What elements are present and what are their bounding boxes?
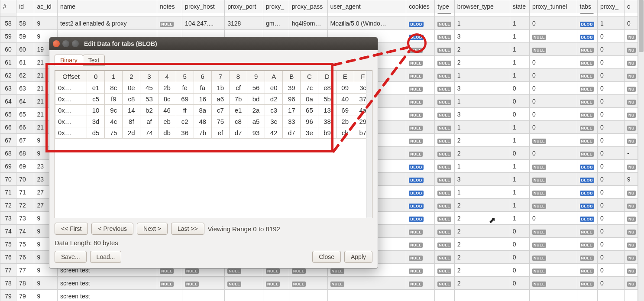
data-cell[interactable]: 1 (510, 69, 529, 82)
data-cell[interactable] (263, 290, 289, 301)
data-cell[interactable] (182, 290, 225, 301)
data-cell[interactable]: 0 (597, 82, 624, 95)
close-button[interactable]: Close (312, 251, 341, 263)
data-cell[interactable]: NU (624, 251, 638, 264)
data-cell[interactable]: 2 (454, 43, 510, 56)
data-cell[interactable]: NULL (577, 82, 597, 95)
blob-badge[interactable]: BLOB (409, 217, 424, 222)
data-cell[interactable]: NULL (577, 69, 597, 82)
data-cell[interactable]: NU (624, 43, 638, 56)
data-cell[interactable]: 3 (454, 82, 510, 95)
data-cell[interactable]: NULL (530, 199, 577, 212)
data-cell[interactable]: 0 (530, 212, 577, 225)
previous-button[interactable]: < Previous (91, 223, 133, 235)
data-cell[interactable]: NULL (435, 251, 454, 264)
data-cell[interactable] (289, 290, 327, 301)
save-button[interactable]: Save... (55, 251, 87, 263)
data-cell[interactable]: 71 (16, 186, 34, 199)
blob-badge[interactable]: BLOB (580, 35, 595, 40)
row-index-cell[interactable]: 69 (0, 160, 16, 173)
data-cell[interactable]: 0 (597, 264, 624, 277)
data-cell[interactable]: 0 (510, 95, 529, 108)
data-cell[interactable]: NULL (435, 82, 454, 95)
data-cell[interactable]: 0 (510, 225, 529, 238)
data-cell[interactable]: NULL (435, 147, 454, 160)
row-index-cell[interactable]: 74 (0, 225, 16, 238)
data-cell[interactable] (454, 290, 510, 301)
data-cell[interactable]: NULL (577, 238, 597, 251)
data-cell[interactable]: screen test (58, 277, 157, 290)
data-cell[interactable]: NULL (435, 17, 454, 30)
data-cell[interactable]: 60 (16, 43, 34, 56)
data-cell[interactable]: 0 (597, 147, 624, 160)
data-cell[interactable]: NULL (435, 264, 454, 277)
data-cell[interactable]: 65 (16, 108, 34, 121)
row-index-cell[interactable]: 68 (0, 147, 16, 160)
data-cell[interactable]: NULL (406, 108, 435, 121)
data-cell[interactable]: 9 (34, 277, 58, 290)
data-cell[interactable]: NULL (327, 277, 406, 290)
data-cell[interactable]: 0 (597, 30, 624, 43)
data-cell[interactable]: 0 (530, 108, 577, 121)
data-cell[interactable]: NULL (435, 56, 454, 69)
data-cell[interactable]: 1 (510, 30, 529, 43)
data-cell[interactable]: NULL (577, 134, 597, 147)
data-cell[interactable]: BLOB (406, 199, 435, 212)
data-cell[interactable]: 63 (16, 82, 34, 95)
data-cell[interactable]: 68 (16, 147, 34, 160)
table-row[interactable]: 79799screen test (0, 290, 638, 301)
row-index-cell[interactable]: 70 (0, 173, 16, 186)
blob-badge[interactable]: BLOB (580, 22, 595, 27)
data-cell[interactable]: 74 (16, 225, 34, 238)
data-cell[interactable]: 3 (454, 173, 510, 186)
data-cell[interactable]: NULL (435, 160, 454, 173)
data-cell[interactable]: 78 (16, 277, 34, 290)
data-cell[interactable]: NULL (435, 121, 454, 134)
data-cell[interactable]: 1 (597, 17, 624, 30)
data-cell[interactable]: 1 (510, 134, 529, 147)
data-cell[interactable]: 0 (597, 95, 624, 108)
data-cell[interactable]: 1 (510, 173, 529, 186)
data-cell[interactable]: NULL (435, 134, 454, 147)
column-header[interactable]: proxy_pass (289, 0, 327, 13)
data-cell[interactable]: NULL (435, 199, 454, 212)
data-cell[interactable]: 66 (16, 121, 34, 134)
blob-badge[interactable]: BLOB (580, 191, 595, 196)
data-cell[interactable]: 2 (454, 147, 510, 160)
data-cell[interactable]: NULL (530, 160, 577, 173)
data-cell[interactable]: BLOB (577, 160, 597, 173)
row-index-cell[interactable]: 77 (0, 264, 16, 277)
data-cell[interactable]: 0 (510, 264, 529, 277)
data-cell[interactable]: 2 (454, 251, 510, 264)
data-cell[interactable]: BLOB (577, 17, 597, 30)
data-cell[interactable]: 1 (454, 95, 510, 108)
data-cell[interactable]: BLOB (577, 173, 597, 186)
blob-badge[interactable]: BLOB (409, 191, 424, 196)
data-cell[interactable]: NULL (406, 56, 435, 69)
data-cell[interactable]: BLOB (577, 212, 597, 225)
data-cell[interactable]: 0 (530, 82, 577, 95)
data-cell[interactable]: NULL (182, 277, 225, 290)
data-cell[interactable] (435, 290, 454, 301)
data-cell[interactable]: test2 all enabled & proxy (58, 17, 157, 30)
column-header[interactable]: proxy_host (182, 0, 225, 13)
data-cell[interactable]: 1 (510, 43, 529, 56)
data-cell[interactable]: 0 (597, 186, 624, 199)
column-header[interactable]: # (0, 0, 16, 13)
data-cell[interactable]: 0 (530, 69, 577, 82)
data-cell[interactable]: NULL (225, 277, 263, 290)
data-cell[interactable]: NULL (157, 17, 182, 30)
data-cell[interactable]: NULL (435, 277, 454, 290)
column-header[interactable]: ac_id (34, 0, 58, 13)
row-index-cell[interactable]: 58 (0, 17, 16, 30)
data-cell[interactable]: 0 (530, 95, 577, 108)
data-cell[interactable]: 0 (597, 173, 624, 186)
column-header[interactable]: proxy_ (263, 0, 289, 13)
data-cell[interactable]: NULL (577, 43, 597, 56)
first-button[interactable]: << First (55, 223, 88, 235)
row-index-cell[interactable]: 65 (0, 108, 16, 121)
data-cell[interactable]: 9 (624, 173, 638, 186)
data-cell[interactable]: 0 (597, 212, 624, 225)
next-button[interactable]: Next > (137, 223, 168, 235)
row-index-cell[interactable]: 79 (0, 290, 16, 301)
